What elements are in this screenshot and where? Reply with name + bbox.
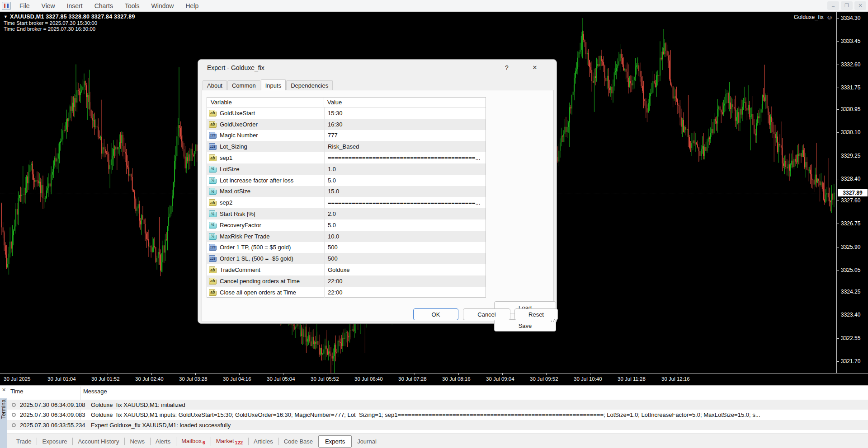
table-header-variable[interactable]: Variable: [207, 98, 324, 107]
log-row[interactable]: 2025.07.30 06:33:55.234Expert Golduxe_fi…: [7, 420, 868, 430]
param-type-icon: ab: [209, 199, 217, 206]
log-row[interactable]: 2025.07.30 06:34:09.108Golduxe_fix XAUUS…: [7, 400, 868, 410]
terminal-header-message[interactable]: Message: [83, 388, 107, 395]
terminal-tab-articles[interactable]: Articles: [248, 436, 278, 447]
price-label: 3333.45: [841, 38, 860, 44]
param-value[interactable]: 22:00: [324, 275, 486, 287]
table-row[interactable]: abCancel pending orders at Time22:00: [207, 275, 486, 287]
time-tick: [64, 373, 64, 375]
time-axis[interactable]: 30 Jul 202530 Jul 01:0430 Jul 01:5230 Ju…: [0, 373, 868, 385]
menu-item-charts[interactable]: Charts: [89, 0, 119, 12]
dialog-title[interactable]: Expert - Golduxe_fix: [207, 64, 264, 71]
table-row[interactable]: absep2==================================…: [207, 197, 486, 208]
terminal-tab-news[interactable]: News: [124, 436, 150, 447]
param-value[interactable]: 5.0: [324, 175, 486, 186]
menu-item-file[interactable]: File: [14, 0, 36, 12]
terminal-tab-exposure[interactable]: Exposure: [37, 436, 72, 447]
param-value[interactable]: ========================================…: [324, 152, 486, 163]
table-row[interactable]: ½MaxLotSize15.0: [207, 186, 486, 197]
table-row[interactable]: abGoldUxeOrder16:30: [207, 119, 486, 130]
terminal-tab-account-history[interactable]: Account History: [72, 436, 124, 447]
tab-inputs[interactable]: Inputs: [261, 79, 286, 90]
param-value[interactable]: 10.0: [324, 231, 486, 242]
table-row[interactable]: abGoldUxeStart15:30: [207, 107, 486, 119]
table-row[interactable]: absep1==================================…: [207, 152, 486, 163]
tab-common[interactable]: Common: [227, 80, 260, 90]
log-row[interactable]: 2025.07.30 06:34:09.083Golduxe_fix XAUUS…: [7, 410, 868, 420]
window-minimize-button[interactable]: –: [827, 1, 839, 10]
terminal-tab-mailbox[interactable]: Mailbox6: [176, 435, 211, 448]
terminal-close-icon[interactable]: ✕: [2, 387, 6, 393]
table-row[interactable]: abTradeCommentGolduxe: [207, 264, 486, 275]
param-type-icon: ab: [209, 266, 217, 273]
dialog-close-button[interactable]: ✕: [528, 62, 542, 73]
terminal-tab-alerts[interactable]: Alerts: [150, 436, 176, 447]
menu-item-tools[interactable]: Tools: [119, 0, 146, 12]
resize-grip[interactable]: [551, 317, 555, 322]
param-value[interactable]: 1.0: [324, 163, 486, 175]
terminal-side-label[interactable]: Terminal: [0, 398, 7, 448]
ok-button[interactable]: OK: [413, 308, 458, 320]
smiley-icon[interactable]: ☺: [826, 14, 833, 20]
table-row[interactable]: 123Lot_SizingRisk_Based: [207, 141, 486, 152]
param-value[interactable]: 500: [324, 242, 486, 253]
param-value[interactable]: 22:00: [324, 287, 486, 298]
param-value[interactable]: 5.0: [324, 219, 486, 231]
table-row[interactable]: 123Order 1 SL, (500 = -$5 gold)500: [207, 253, 486, 264]
tab-badge-count: 122: [235, 440, 243, 445]
param-value[interactable]: Risk_Based: [324, 141, 486, 152]
time-tick: [502, 373, 503, 375]
price-tick: [837, 18, 839, 19]
symbol-ohlc-line[interactable]: ▼XAUUSD,M1 3327.85 3328.80 3327.84 3327.…: [4, 14, 135, 20]
window-restore-button[interactable]: ❐: [841, 1, 853, 10]
param-type-icon: 123: [209, 255, 217, 262]
terminal-tab-experts[interactable]: Experts: [318, 435, 352, 448]
time-tick: [283, 373, 283, 375]
table-row[interactable]: ½RecoveryFactor5.0: [207, 219, 486, 231]
table-row[interactable]: ½Start Risk [%]2.0: [207, 208, 486, 219]
param-value[interactable]: Golduxe: [324, 264, 486, 275]
dialog-help-button[interactable]: ?: [500, 62, 514, 73]
symbol-dropdown-icon[interactable]: ▼: [4, 14, 8, 19]
price-tick: [837, 41, 839, 42]
table-row[interactable]: ½LotSize1.0: [207, 163, 486, 175]
param-name: GoldUxeOrder: [220, 121, 258, 128]
tab-dependencies[interactable]: Dependencies: [286, 80, 333, 90]
window-close-button[interactable]: ✕: [854, 1, 866, 10]
table-row[interactable]: 123Order 1 TP, (500 = $5 gold)500: [207, 242, 486, 253]
menu-item-window[interactable]: Window: [146, 0, 180, 12]
price-axis[interactable]: 3334.303333.453332.603331.753330.953330.…: [836, 12, 868, 373]
log-status-icon: [12, 423, 16, 427]
terminal-tab-code-base[interactable]: Code Base: [278, 436, 318, 447]
save-button[interactable]: Save: [494, 319, 556, 331]
inputs-table[interactable]: Variable Value abGoldUxeStart15:30abGold…: [207, 97, 486, 298]
menu-item-help[interactable]: Help: [179, 0, 204, 12]
menu-item-view[interactable]: View: [36, 0, 61, 12]
table-row[interactable]: ½MaxRisk Per Trade10.0: [207, 231, 486, 242]
param-value[interactable]: 15:30: [324, 107, 486, 119]
param-value[interactable]: 2.0: [324, 208, 486, 219]
param-value[interactable]: 500: [324, 253, 486, 264]
terminal-header-time[interactable]: Time: [10, 388, 23, 395]
log-status-icon: [12, 413, 16, 417]
table-row[interactable]: abClose all open orders at Time22:00: [207, 287, 486, 298]
table-row[interactable]: ½Lot increase factor after loss5.0: [207, 175, 486, 186]
menu-item-insert[interactable]: Insert: [61, 0, 89, 12]
param-value[interactable]: 16:30: [324, 119, 486, 130]
table-header-value[interactable]: Value: [324, 98, 486, 107]
param-value[interactable]: 15.0: [324, 186, 486, 197]
cancel-button[interactable]: Cancel: [463, 308, 510, 320]
tab-about[interactable]: About: [203, 80, 227, 90]
time-label: 30 Jul 02:40: [135, 376, 164, 382]
terminal-tab-trade[interactable]: Trade: [11, 436, 37, 447]
param-type-icon: 123: [209, 244, 217, 251]
table-row[interactable]: 123Magic Number777: [207, 130, 486, 141]
terminal-tab-journal[interactable]: Journal: [352, 436, 382, 447]
param-value[interactable]: ========================================…: [324, 197, 486, 208]
param-value[interactable]: 777: [324, 130, 486, 141]
terminal-tab-market[interactable]: Market122: [211, 435, 248, 448]
time-tick: [415, 373, 415, 375]
expert-properties-dialog: Expert - Golduxe_fix ? ✕ AboutCommonInpu…: [198, 59, 557, 324]
price-label: 3327.60: [841, 197, 860, 204]
time-tick: [590, 373, 590, 375]
